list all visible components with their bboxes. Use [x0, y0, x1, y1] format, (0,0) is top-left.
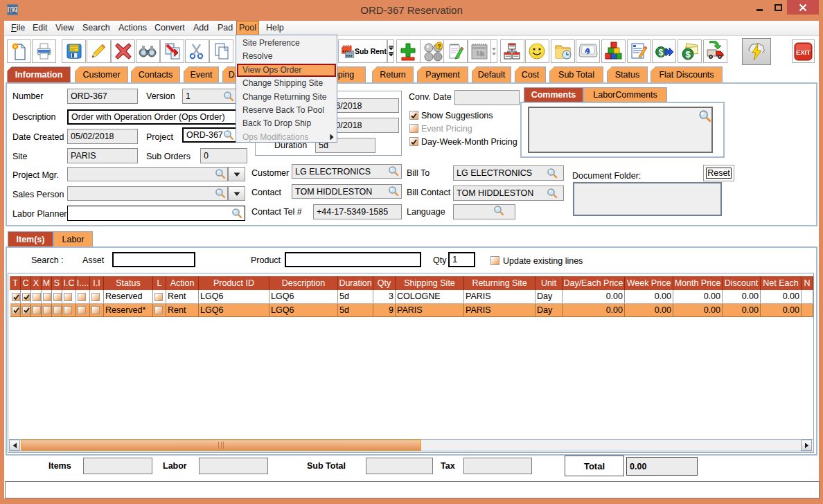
svg-text:$: $ — [659, 48, 664, 57]
svg-text:EXIT: EXIT — [796, 48, 811, 56]
svg-text:$: $ — [685, 49, 691, 60]
svg-text:?: ? — [437, 43, 441, 50]
